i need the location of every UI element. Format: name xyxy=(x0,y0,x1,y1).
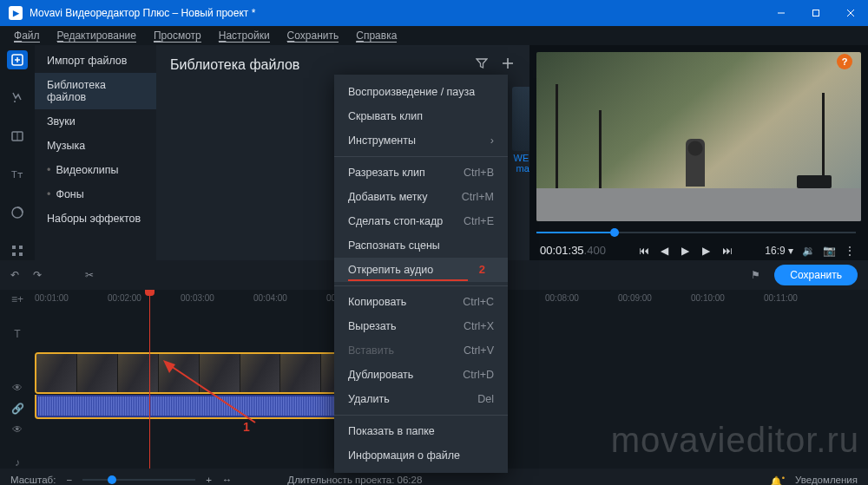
redo-icon[interactable]: ↷ xyxy=(33,269,42,281)
filter-icon[interactable] xyxy=(476,57,488,72)
library-title: Библиотека файлов xyxy=(170,57,516,73)
svg-rect-13 xyxy=(19,246,23,249)
tab-more-icon[interactable] xyxy=(7,241,28,260)
volume-icon[interactable]: 🔉 xyxy=(802,245,814,257)
tab-filters-icon[interactable] xyxy=(7,88,28,108)
preview-seekbar[interactable] xyxy=(536,226,856,239)
window-title: Movavi Видеоредактор Плюс – Новый проект… xyxy=(30,7,255,19)
svg-rect-14 xyxy=(12,252,16,256)
tab-import-icon[interactable] xyxy=(7,50,28,69)
video-lock-icon[interactable]: 🔗 xyxy=(11,403,24,415)
minimize-button[interactable] xyxy=(764,0,799,26)
menu-edit[interactable]: Редактирование xyxy=(49,26,145,45)
library-area: Библиотека файлов WEBR make Воспроизведе… xyxy=(156,45,529,260)
undo-icon[interactable]: ↶ xyxy=(10,269,19,281)
menu-settings[interactable]: Настройки xyxy=(210,26,279,45)
help-icon[interactable]: ? xyxy=(837,54,852,69)
step-back-icon[interactable]: ◀ xyxy=(659,245,671,257)
nav-videoclips[interactable]: Видеоклипы xyxy=(35,158,156,182)
titlebar: ▶ Movavi Видеоредактор Плюс – Новый прое… xyxy=(0,0,868,26)
ctx-file-info[interactable]: Информация о файле xyxy=(334,443,508,468)
sidebar-icons: Tᴛ xyxy=(0,45,35,260)
nav-backgrounds[interactable]: Фоны xyxy=(35,182,156,206)
aspect-ratio[interactable]: 16:9 ▾ xyxy=(765,245,793,257)
playhead[interactable] xyxy=(149,290,150,469)
menu-help[interactable]: Справка xyxy=(347,26,405,45)
preview-more-icon[interactable]: ⋮ xyxy=(844,245,856,257)
annotation-2: 2 xyxy=(479,263,485,276)
skip-fwd-icon[interactable]: ⏭ xyxy=(721,245,733,257)
scale-label: Масштаб: xyxy=(10,475,56,485)
maximize-button[interactable] xyxy=(799,0,833,26)
ctx-hide-clip[interactable]: Скрывать клип xyxy=(334,104,508,128)
ctx-paste: ВставитьCtrl+V xyxy=(334,338,508,363)
zoom-fit-icon[interactable]: ↔ xyxy=(222,475,233,485)
svg-point-7 xyxy=(14,101,16,102)
svg-rect-1 xyxy=(813,10,819,16)
save-button[interactable]: Сохранить xyxy=(774,265,858,285)
tab-transitions-icon[interactable] xyxy=(7,127,28,146)
duration-label: Длительность проекта: 06:28 xyxy=(287,475,422,485)
add-icon[interactable] xyxy=(502,57,514,72)
zoom-out-icon[interactable]: − xyxy=(66,475,72,485)
ctx-show-in-folder[interactable]: Показать в папке xyxy=(334,419,508,443)
svg-text:Tᴛ: Tᴛ xyxy=(11,169,23,180)
ctx-cut[interactable]: ВырезатьCtrl+X xyxy=(334,314,508,338)
preview-image[interactable] xyxy=(536,52,861,221)
marker-icon[interactable]: ⚑ xyxy=(751,269,760,281)
zoom-slider[interactable] xyxy=(82,479,195,481)
preview-timecode: 00:01:35.400 xyxy=(540,244,606,257)
snapshot-icon[interactable]: 📷 xyxy=(823,245,835,257)
ctx-delete[interactable]: УдалитьDel xyxy=(334,387,508,411)
preview-panel: ? 00:01:35.400 ⏮ ◀ ▶ ▶ ⏭ 16: xyxy=(529,45,868,260)
text-track-icon[interactable]: T xyxy=(14,328,20,340)
notifications-label[interactable]: Уведомления xyxy=(795,475,858,485)
play-icon[interactable]: ▶ xyxy=(680,245,692,257)
zoom-in-icon[interactable]: + xyxy=(206,475,212,485)
skip-back-icon[interactable]: ⏮ xyxy=(638,245,650,257)
nav-sounds[interactable]: Звуки xyxy=(35,109,156,134)
nav-music[interactable]: Музыка xyxy=(35,134,156,158)
tab-stickers-icon[interactable] xyxy=(7,203,28,222)
audio-visible-icon[interactable]: 👁 xyxy=(12,423,23,436)
svg-rect-12 xyxy=(12,246,16,249)
notifications-icon[interactable]: 🔔• xyxy=(770,473,785,485)
svg-rect-15 xyxy=(19,252,23,256)
ctx-detach-audio[interactable]: Открепить аудио2 xyxy=(334,258,508,282)
menu-file[interactable]: Файл xyxy=(5,26,49,45)
ctx-freeze-frame[interactable]: Сделать стоп-кадрCtrl+E xyxy=(334,209,508,233)
video-visible-icon[interactable]: 👁 xyxy=(12,382,23,394)
left-panel: Импорт файлов Библиотека файлов Звуки Му… xyxy=(35,45,156,260)
ctx-split[interactable]: Разрезать клипCtrl+B xyxy=(334,161,508,185)
menubar: Файл Редактирование Просмотр Настройки С… xyxy=(0,26,868,45)
step-fwd-icon[interactable]: ▶ xyxy=(700,245,713,257)
watermark: movavieditor.ru xyxy=(611,421,859,460)
close-button[interactable] xyxy=(833,0,868,26)
tab-titles-icon[interactable]: Tᴛ xyxy=(7,165,28,184)
nav-library[interactable]: Библиотека файлов xyxy=(35,73,156,109)
nav-import[interactable]: Импорт файлов xyxy=(35,49,156,73)
menu-save[interactable]: Сохранить xyxy=(279,26,348,45)
ctx-play-pause[interactable]: Воспроизведение / пауза xyxy=(334,80,508,104)
ctx-add-marker[interactable]: Добавить меткуCtrl+M xyxy=(334,185,508,209)
ctx-tools[interactable]: Инструменты› xyxy=(334,128,508,153)
ctx-copy[interactable]: КопироватьCtrl+C xyxy=(334,290,508,314)
audio-track-icon[interactable]: ♪ xyxy=(15,456,20,469)
context-menu: Воспроизведение / пауза Скрывать клип Ин… xyxy=(334,75,508,473)
app-icon: ▶ xyxy=(9,6,23,20)
cut-icon[interactable]: ✂ xyxy=(85,269,94,281)
nav-effects[interactable]: Наборы эффектов xyxy=(35,206,156,231)
ctx-duplicate[interactable]: ДублироватьCtrl+D xyxy=(334,363,508,387)
ctx-detect-scenes[interactable]: Распознать сцены xyxy=(334,233,508,258)
annotation-1: 1 xyxy=(243,420,250,434)
add-track-icon[interactable]: ≡+ xyxy=(11,293,23,305)
menu-view[interactable]: Просмотр xyxy=(145,26,210,45)
